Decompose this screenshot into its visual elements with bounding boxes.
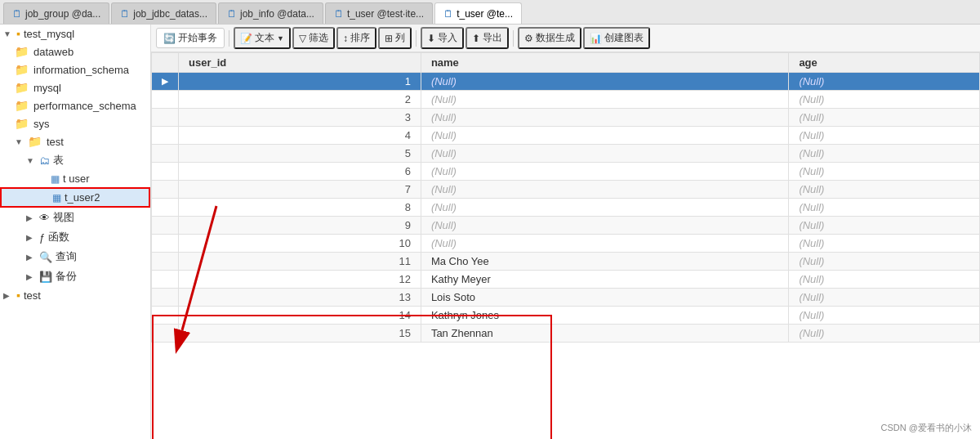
- sidebar-item-backup-folder[interactable]: ▶ 💾 备份: [0, 267, 150, 286]
- cell-age[interactable]: (Null): [789, 127, 980, 145]
- sidebar-item-dataweb[interactable]: 📁 dataweb: [0, 43, 150, 60]
- sidebar-item-sys[interactable]: 📁 sys: [0, 114, 150, 132]
- cell-name[interactable]: (Null): [421, 91, 788, 109]
- import-button[interactable]: ⬇ 导入: [421, 27, 464, 49]
- row-marker: [152, 199, 179, 217]
- table-row[interactable]: 11Ma Cho Yee(Null): [152, 253, 980, 271]
- data-grid: user_id name age ▶1(Null)(Null)2(Null)(N…: [151, 52, 980, 343]
- cell-name[interactable]: Kathryn Jones: [421, 307, 788, 325]
- cell-name[interactable]: (Null): [421, 73, 788, 91]
- cell-user_id[interactable]: 7: [179, 181, 421, 199]
- cell-name[interactable]: Lois Soto: [421, 289, 788, 307]
- expand-arrow-icon: ▶: [26, 272, 36, 281]
- cell-age[interactable]: (Null): [789, 325, 980, 343]
- sidebar-item-tables-folder[interactable]: ▼ 🗂 表: [0, 150, 150, 170]
- sort-button[interactable]: ↕ 排序: [336, 27, 376, 49]
- cell-user_id[interactable]: 15: [179, 325, 421, 343]
- table-row[interactable]: 3(Null)(Null): [152, 109, 980, 127]
- sidebar-item-views-folder[interactable]: ▶ 👁 视图: [0, 208, 150, 227]
- text-icon: 📝: [240, 33, 252, 44]
- data-gen-button[interactable]: ⚙ 数据生成: [518, 27, 581, 49]
- sidebar-item-t_user2[interactable]: ▦ t_user2: [0, 187, 150, 208]
- sidebar-item-funcs-folder[interactable]: ▶ ƒ 函数: [0, 227, 150, 247]
- cell-name[interactable]: (Null): [421, 181, 788, 199]
- cell-age[interactable]: (Null): [789, 217, 980, 235]
- cell-age[interactable]: (Null): [789, 289, 980, 307]
- table-row[interactable]: 2(Null)(Null): [152, 91, 980, 109]
- cell-age[interactable]: (Null): [789, 307, 980, 325]
- cell-age[interactable]: (Null): [789, 91, 980, 109]
- tab-t_user2[interactable]: 🗒 t_user @te...: [434, 2, 522, 24]
- cell-name[interactable]: (Null): [421, 235, 788, 253]
- cell-name[interactable]: (Null): [421, 163, 788, 181]
- cell-user_id[interactable]: 10: [179, 235, 421, 253]
- tab-t_user[interactable]: 🗒 t_user @test·ite...: [325, 2, 433, 24]
- tab-job_group[interactable]: 🗒 job_group @da...: [3, 2, 109, 24]
- col-user_id[interactable]: user_id: [179, 53, 421, 73]
- sidebar-item-test2[interactable]: ▶ ▪ test: [0, 286, 150, 304]
- cell-age[interactable]: (Null): [789, 271, 980, 289]
- begin-transaction-button[interactable]: 🔄 开始事务: [156, 28, 225, 48]
- cell-age[interactable]: (Null): [789, 235, 980, 253]
- sidebar-item-test[interactable]: ▼ 📁 test: [0, 132, 150, 150]
- cell-age[interactable]: (Null): [789, 181, 980, 199]
- cell-user_id[interactable]: 1: [179, 73, 421, 91]
- cell-user_id[interactable]: 5: [179, 145, 421, 163]
- tab-job_info[interactable]: 🗒 job_info @data...: [218, 2, 323, 24]
- sidebar-item-performance_schema[interactable]: 📁 performance_schema: [0, 96, 150, 114]
- cell-name[interactable]: Ma Cho Yee: [421, 253, 788, 271]
- text-button[interactable]: 📝 文本 ▼: [234, 27, 291, 49]
- sidebar-item-test_mysql[interactable]: ▼ ▪ test_mysql: [0, 25, 150, 43]
- cell-name[interactable]: (Null): [421, 199, 788, 217]
- cell-user_id[interactable]: 4: [179, 127, 421, 145]
- table-row[interactable]: 5(Null)(Null): [152, 145, 980, 163]
- cell-user_id[interactable]: 8: [179, 199, 421, 217]
- cell-name[interactable]: (Null): [421, 109, 788, 127]
- cell-user_id[interactable]: 14: [179, 307, 421, 325]
- table-row[interactable]: 15Tan Zhennan(Null): [152, 325, 980, 343]
- cell-age[interactable]: (Null): [789, 199, 980, 217]
- cell-user_id[interactable]: 12: [179, 271, 421, 289]
- sidebar-item-t_user[interactable]: ▦ t user: [0, 170, 150, 187]
- cell-name[interactable]: (Null): [421, 145, 788, 163]
- table-row[interactable]: 8(Null)(Null): [152, 199, 980, 217]
- cell-user_id[interactable]: 9: [179, 217, 421, 235]
- row-marker: [152, 307, 179, 325]
- cell-name[interactable]: (Null): [421, 127, 788, 145]
- table-row[interactable]: ▶1(Null)(Null): [152, 73, 980, 91]
- export-button[interactable]: ⬆ 导出: [466, 27, 509, 49]
- sidebar-item-information_schema[interactable]: 📁 information_schema: [0, 60, 150, 78]
- cell-name[interactable]: Kathy Meyer: [421, 271, 788, 289]
- table-row[interactable]: 13Lois Soto(Null): [152, 289, 980, 307]
- cell-age[interactable]: (Null): [789, 163, 980, 181]
- cell-user_id[interactable]: 6: [179, 163, 421, 181]
- table-row[interactable]: 12Kathy Meyer(Null): [152, 271, 980, 289]
- chart-icon: 📊: [590, 33, 602, 44]
- cell-age[interactable]: (Null): [789, 145, 980, 163]
- cell-age[interactable]: (Null): [789, 253, 980, 271]
- cell-age[interactable]: (Null): [789, 73, 980, 91]
- cell-user_id[interactable]: 3: [179, 109, 421, 127]
- column-button[interactable]: ⊞ 列: [378, 27, 412, 49]
- table-row[interactable]: 10(Null)(Null): [152, 235, 980, 253]
- table-row[interactable]: 4(Null)(Null): [152, 127, 980, 145]
- cell-user_id[interactable]: 13: [179, 289, 421, 307]
- sidebar-item-queries-folder[interactable]: ▶ 🔍 查询: [0, 247, 150, 267]
- table-row[interactable]: 9(Null)(Null): [152, 217, 980, 235]
- table-row[interactable]: 6(Null)(Null): [152, 163, 980, 181]
- col-name[interactable]: name: [421, 53, 788, 73]
- expand-arrow-icon: ▶: [3, 291, 13, 300]
- sidebar-item-mysql[interactable]: 📁 mysql: [0, 78, 150, 96]
- create-chart-button[interactable]: 📊 创建图表: [583, 27, 650, 49]
- table-row[interactable]: 14Kathryn Jones(Null): [152, 307, 980, 325]
- tab-job_jdbc[interactable]: 🗒 job_jdbc_datas...: [111, 2, 216, 24]
- cell-name[interactable]: (Null): [421, 217, 788, 235]
- cell-user_id[interactable]: 11: [179, 253, 421, 271]
- table-row[interactable]: 7(Null)(Null): [152, 181, 980, 199]
- cell-name[interactable]: Tan Zhennan: [421, 325, 788, 343]
- cell-user_id[interactable]: 2: [179, 91, 421, 109]
- filter-button[interactable]: ▽ 筛选: [292, 27, 335, 49]
- col-age[interactable]: age: [789, 53, 980, 73]
- row-marker: [152, 325, 179, 343]
- cell-age[interactable]: (Null): [789, 109, 980, 127]
